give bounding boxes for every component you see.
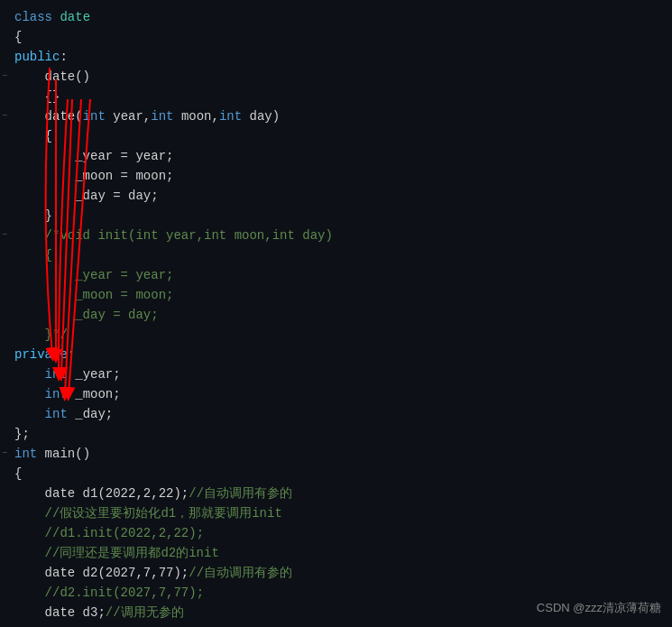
- code-token: int: [45, 364, 68, 384]
- code-line: date d2(2027,7,77);//自动调用有参的: [0, 563, 672, 583]
- code-token: int: [219, 106, 242, 126]
- code-token: int: [45, 384, 68, 404]
- code-token: date: [60, 7, 90, 27]
- code-line: − /*void init(int year,int moon,int day): [0, 226, 672, 245]
- code-editor: class date{public:− date() {}− date(int …: [0, 0, 672, 627]
- code-token: _year = year;: [14, 265, 173, 285]
- watermark: CSDN @zzz清凉薄荷糖: [537, 600, 661, 616]
- code-token: _year;: [68, 364, 121, 384]
- code-line: int _year;: [0, 364, 672, 384]
- code-line: int _moon;: [0, 384, 672, 404]
- code-token: /*void init(int year,int moon,int day): [14, 226, 333, 245]
- code-token: int: [14, 444, 37, 464]
- code-token: };: [14, 424, 30, 444]
- code-token: }: [14, 206, 52, 226]
- code-line: {: [0, 126, 672, 146]
- code-token: int: [83, 106, 106, 126]
- code-line: private:: [0, 345, 672, 364]
- code-token: private: [14, 345, 68, 364]
- code-token: {: [14, 27, 22, 47]
- code-token: //自动调用有参的: [189, 484, 292, 503]
- code-line: }: [0, 206, 672, 226]
- code-line: }*/: [0, 325, 672, 345]
- code-line: _year = year;: [0, 265, 672, 285]
- code-line: − date(): [0, 67, 672, 87]
- code-token: _day = day;: [14, 305, 159, 325]
- code-token: int: [151, 106, 173, 126]
- code-line: −int main(): [0, 444, 672, 464]
- code-line: //假设这里要初始化d1，那就要调用init: [0, 503, 672, 523]
- code-token: _moon = moon;: [14, 285, 173, 305]
- code-line: _year = year;: [0, 146, 672, 166]
- code-line: {: [0, 27, 672, 47]
- code-token: public: [14, 47, 60, 67]
- code-token: _day = day;: [14, 186, 159, 206]
- code-line: {: [0, 245, 672, 265]
- code-token: int: [45, 404, 68, 424]
- code-line: //d1.init(2022,2,22);: [0, 523, 672, 543]
- code-content: class date{public:− date() {}− date(int …: [0, 0, 672, 627]
- code-token: _moon = moon;: [14, 166, 173, 186]
- code-token: }*/: [14, 325, 68, 345]
- code-line: − date(int year,int moon,int day): [0, 106, 672, 126]
- code-token: :: [60, 47, 67, 67]
- code-line: int _day;: [0, 404, 672, 424]
- code-token: date d1(2022,2,22);: [14, 484, 189, 503]
- code-token: date d3;: [14, 603, 106, 622]
- code-line: public:: [0, 47, 672, 67]
- fold-icon[interactable]: −: [2, 67, 11, 76]
- code-line: _moon = moon;: [0, 166, 672, 186]
- code-token: _year = year;: [14, 146, 173, 166]
- code-token: date d2(2027,7,77);: [14, 563, 189, 583]
- code-token: [14, 384, 45, 404]
- code-line: _day = day;: [0, 305, 672, 325]
- code-token: _day;: [68, 404, 113, 424]
- code-token: {: [14, 126, 52, 146]
- code-token: :: [68, 345, 75, 364]
- code-token: //同理还是要调用都d2的init: [14, 543, 219, 563]
- code-token: day): [242, 106, 280, 126]
- fold-icon[interactable]: −: [2, 106, 11, 115]
- code-token: //假设这里要初始化d1，那就要调用init: [14, 503, 282, 523]
- code-line: _day = day;: [0, 186, 672, 206]
- code-line: date d1(2022,2,22);//自动调用有参的: [0, 484, 672, 503]
- code-token: date(: [14, 106, 83, 126]
- code-line: {: [0, 464, 672, 484]
- code-line: class date: [0, 7, 672, 27]
- code-token: date(): [14, 67, 90, 87]
- code-token: {: [14, 245, 52, 265]
- code-token: //d2.init(2027,7,77);: [14, 583, 204, 603]
- code-token: [14, 364, 45, 384]
- fold-icon[interactable]: −: [2, 444, 11, 453]
- code-token: class: [14, 7, 60, 27]
- code-token: //调用无参的: [106, 603, 184, 622]
- code-token: {}: [14, 87, 60, 106]
- code-token: moon,: [173, 106, 218, 126]
- code-token: //自动调用有参的: [189, 563, 292, 583]
- code-line: };: [0, 424, 672, 444]
- code-token: main(): [37, 444, 90, 464]
- fold-icon[interactable]: −: [2, 226, 11, 235]
- code-token: {: [14, 464, 22, 484]
- code-token: //d1.init(2022,2,22);: [14, 523, 204, 543]
- code-line: //同理还是要调用都d2的init: [0, 543, 672, 563]
- code-line: {}: [0, 87, 672, 106]
- code-token: year,: [106, 106, 151, 126]
- code-line: _moon = moon;: [0, 285, 672, 305]
- code-token: [14, 404, 45, 424]
- code-token: _moon;: [68, 384, 121, 404]
